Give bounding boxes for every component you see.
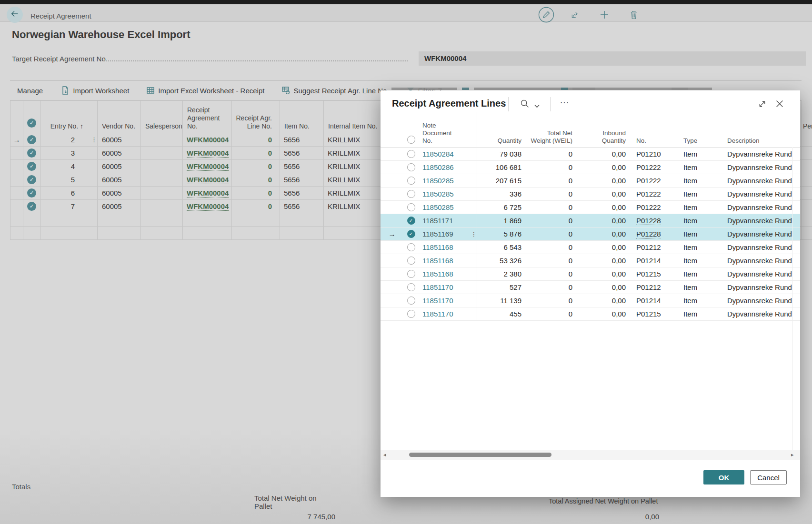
note-document-no-link[interactable]: 11851168 xyxy=(422,270,453,278)
row-check-icon[interactable]: ✓ xyxy=(27,135,36,144)
note-document-no-link[interactable]: 11850285 xyxy=(422,190,454,198)
salesperson-cell xyxy=(141,147,183,159)
share-icon[interactable] xyxy=(567,6,584,23)
col-vendor-no[interactable]: Vendor No. xyxy=(98,100,141,133)
col-receipt-agr-line-no[interactable]: Receipt Agr. Line No. xyxy=(232,100,280,133)
quantity-cell: 455 xyxy=(477,307,523,320)
row-menu-icon[interactable]: ⋮ xyxy=(91,136,97,143)
col-no[interactable]: No. xyxy=(627,112,680,148)
item-no-cell: 5656 xyxy=(280,147,324,159)
col-total-net-weight[interactable]: Total Net Weight (WEIL) xyxy=(523,112,574,148)
note-document-no-link[interactable]: 11850285 xyxy=(422,203,454,211)
item-no-cell: P01210 xyxy=(636,150,661,158)
dialog-row[interactable]: → ✓ 11851169 ⋮ 5 876 0 0,00 P01228 Item … xyxy=(381,227,800,241)
dialog-row[interactable]: → 11851168 ⋮ 2 380 0 0,00 P01215 Item Dy… xyxy=(381,267,800,281)
dialog-row[interactable]: → 11851170 ⋮ 11 139 0 0,00 P01214 Item D… xyxy=(381,294,800,307)
item-no-cell: P01212 xyxy=(636,243,661,251)
dialog-row[interactable]: → 11851168 ⋮ 53 326 0 0,00 P01214 Item D… xyxy=(381,254,800,267)
receipt-agreement-link[interactable]: WFKM00004 xyxy=(187,189,229,198)
row-select-radio[interactable] xyxy=(407,243,415,251)
row-check-icon[interactable]: ✓ xyxy=(27,162,36,171)
receipt-agreement-link[interactable]: WFKM00004 xyxy=(187,202,229,211)
import-excel-worksheet-button[interactable]: Import Excel Worksheet - Receipt xyxy=(146,86,264,95)
row-select-radio[interactable] xyxy=(407,150,415,158)
row-select-radio[interactable] xyxy=(407,203,415,211)
col-salesperson[interactable]: Salesperson xyxy=(141,100,183,133)
col-receipt-agreement-no[interactable]: Receipt Agreement No. xyxy=(183,100,232,133)
breadcrumb: Receipt Agreement xyxy=(30,12,91,20)
row-check-icon[interactable]: ✓ xyxy=(27,175,36,184)
dialog-row[interactable]: → 11850285 ⋮ 336 0 0,00 P01222 Item Dypv… xyxy=(381,188,800,201)
row-menu-icon[interactable]: ⋮ xyxy=(471,231,477,237)
scrollbar-thumb[interactable] xyxy=(409,453,551,457)
receipt-agreement-link[interactable]: WFKM00004 xyxy=(187,162,229,171)
dialog-row[interactable]: → ✓ 11851171 ⋮ 1 869 0 0,00 P01228 Item … xyxy=(381,214,800,227)
add-icon[interactable] xyxy=(596,6,613,23)
manage-menu[interactable]: Manage xyxy=(17,87,43,95)
note-document-no-link[interactable]: 11851169 xyxy=(422,230,453,238)
note-document-no-link[interactable]: 11851168 xyxy=(422,257,453,265)
note-document-no-link[interactable]: 11850284 xyxy=(422,150,454,158)
cancel-button[interactable]: Cancel xyxy=(750,470,787,484)
description-cell: Dypvannsreke Rund xyxy=(723,267,800,280)
row-select-radio[interactable] xyxy=(407,257,415,265)
note-document-no-link[interactable]: 11851170 xyxy=(422,310,453,318)
type-cell: Item xyxy=(680,254,723,267)
col-item-no[interactable]: Item No. xyxy=(280,100,324,133)
col-inbound-quantity[interactable]: Inbound Quantity xyxy=(574,112,627,148)
more-options-icon[interactable]: … xyxy=(560,95,570,106)
row-select-radio[interactable] xyxy=(407,190,415,198)
dialog-row[interactable]: → 11851170 ⋮ 455 0 0,00 P01215 Item Dypv… xyxy=(381,307,800,321)
receipt-agreement-link[interactable]: WFKM00004 xyxy=(187,149,229,158)
dialog-row[interactable]: → 11851170 ⋮ 527 0 0,00 P01212 Item Dypv… xyxy=(381,281,800,294)
description-cell: Dypvannsreke Rund xyxy=(723,188,800,200)
delete-trash-icon[interactable] xyxy=(625,6,642,23)
receipt-agreement-link[interactable]: WFKM00004 xyxy=(187,176,229,184)
note-document-no-link[interactable]: 11850285 xyxy=(422,177,454,185)
target-receipt-field[interactable]: WFKM00004 xyxy=(419,51,806,66)
dialog-row[interactable]: → 11850286 ⋮ 106 681 0 0,00 P01222 Item … xyxy=(381,161,800,174)
scroll-right-icon[interactable]: ▸ xyxy=(791,452,794,458)
row-select-radio[interactable]: ✓ xyxy=(407,217,415,225)
scroll-left-icon[interactable]: ◂ xyxy=(383,452,386,458)
back-button[interactable] xyxy=(7,7,23,23)
note-document-no-link[interactable]: 11850286 xyxy=(422,163,454,171)
search-icon[interactable] xyxy=(520,99,530,110)
col-description[interactable]: Description xyxy=(723,112,800,148)
row-select-radio[interactable]: ✓ xyxy=(407,230,415,238)
note-document-no-link[interactable]: 11851171 xyxy=(422,217,453,225)
col-entry-no[interactable]: Entry No. ↑ xyxy=(40,100,91,133)
col-note-document-no[interactable]: Note Document No. xyxy=(419,112,471,148)
note-document-no-link[interactable]: 11851170 xyxy=(422,283,453,291)
row-select-radio[interactable] xyxy=(407,310,415,318)
edit-pencil-icon[interactable] xyxy=(538,6,555,23)
note-document-no-link[interactable]: 11851168 xyxy=(422,243,453,251)
select-all-check-icon[interactable]: ✓ xyxy=(27,119,36,128)
dialog-row[interactable]: → 11850285 ⋮ 6 725 0 0,00 P01222 Item Dy… xyxy=(381,201,800,214)
chevron-down-icon[interactable] xyxy=(534,102,540,110)
row-check-icon[interactable]: ✓ xyxy=(27,148,36,158)
horizontal-scrollbar[interactable]: ◂ ▸ xyxy=(381,450,800,460)
row-select-radio[interactable] xyxy=(407,283,415,291)
quantity-cell: 336 xyxy=(477,188,523,200)
dialog-row[interactable]: → 11851168 ⋮ 6 543 0 0,00 P01212 Item Dy… xyxy=(381,241,800,254)
row-check-icon[interactable]: ✓ xyxy=(27,188,36,198)
row-select-radio[interactable] xyxy=(407,270,415,278)
row-select-radio[interactable] xyxy=(407,177,415,185)
row-check-icon[interactable]: ✓ xyxy=(27,202,36,211)
close-dialog-icon[interactable] xyxy=(774,99,785,111)
expand-dialog-icon[interactable] xyxy=(757,99,767,111)
row-select-radio[interactable] xyxy=(407,297,415,305)
ok-button[interactable]: OK xyxy=(703,470,744,484)
row-select-radio[interactable] xyxy=(407,163,415,171)
col-type[interactable]: Type xyxy=(680,112,723,148)
description-cell: Dypvannsreke Rund xyxy=(723,307,800,320)
app-top-bar xyxy=(0,0,812,4)
suggest-line-no-button[interactable]: Suggest Receipt Agr. Line No. xyxy=(281,86,389,95)
receipt-agreement-link[interactable]: WFKM00004 xyxy=(187,136,229,144)
col-quantity[interactable]: Quantity xyxy=(477,112,523,148)
import-worksheet-button[interactable]: Import Worksheet xyxy=(61,86,129,95)
note-document-no-link[interactable]: 11851170 xyxy=(422,297,453,305)
dialog-row[interactable]: → 11850285 ⋮ 207 615 0 0,00 P01222 Item … xyxy=(381,174,800,188)
dialog-row[interactable]: → 11850284 ⋮ 79 038 0 0,00 P01210 Item D… xyxy=(381,148,800,161)
